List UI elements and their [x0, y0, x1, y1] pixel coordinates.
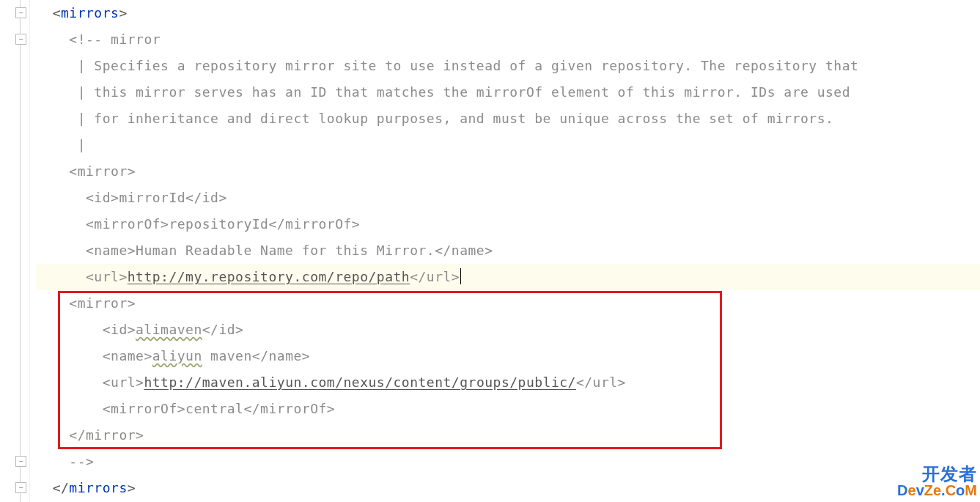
text-caret [460, 268, 461, 284]
fold-toggle-icon[interactable] [15, 456, 26, 467]
code-line[interactable]: </mirror> [36, 422, 980, 449]
code-area[interactable]: <mirrors> <!-- mirror | Specifies a repo… [30, 0, 980, 502]
code-line[interactable]: | Specifies a repository mirror site to … [36, 53, 980, 79]
code-line[interactable]: | this mirror serves has an ID that matc… [36, 79, 980, 106]
code-line[interactable]: <!-- mirror [36, 26, 980, 53]
code-line[interactable]: <url>http://maven.aliyun.com/nexus/conte… [36, 369, 980, 396]
code-line[interactable]: <name>aliyun maven</name> [36, 343, 980, 369]
code-line[interactable]: <name>Human Readable Name for this Mirro… [36, 237, 980, 264]
code-line[interactable]: <mirrors> [36, 0, 980, 26]
code-line[interactable]: <mirrorOf>repositoryId</mirrorOf> [36, 211, 980, 237]
fold-guide-line [20, 0, 21, 502]
code-line[interactable]: --> [36, 449, 980, 475]
gutter [0, 0, 30, 502]
code-editor[interactable]: <mirrors> <!-- mirror | Specifies a repo… [0, 0, 980, 502]
fold-toggle-icon[interactable] [15, 482, 26, 493]
code-line[interactable]: <mirror> [36, 158, 980, 185]
code-line[interactable]: | [36, 132, 980, 158]
fold-toggle-icon[interactable] [15, 7, 26, 18]
code-line[interactable]: | for inheritance and direct lookup purp… [36, 106, 980, 132]
code-line[interactable]: <mirrorOf>central</mirrorOf> [36, 396, 980, 422]
code-line[interactable]: <id>mirrorId</id> [36, 185, 980, 211]
fold-toggle-icon[interactable] [15, 34, 26, 45]
code-line[interactable]: </mirrors> [36, 475, 980, 501]
code-line[interactable]: <mirror> [36, 290, 980, 317]
code-line-active[interactable]: <url>http://my.repository.com/repo/path<… [36, 264, 980, 290]
code-line[interactable]: <id>alimaven</id> [36, 317, 980, 343]
